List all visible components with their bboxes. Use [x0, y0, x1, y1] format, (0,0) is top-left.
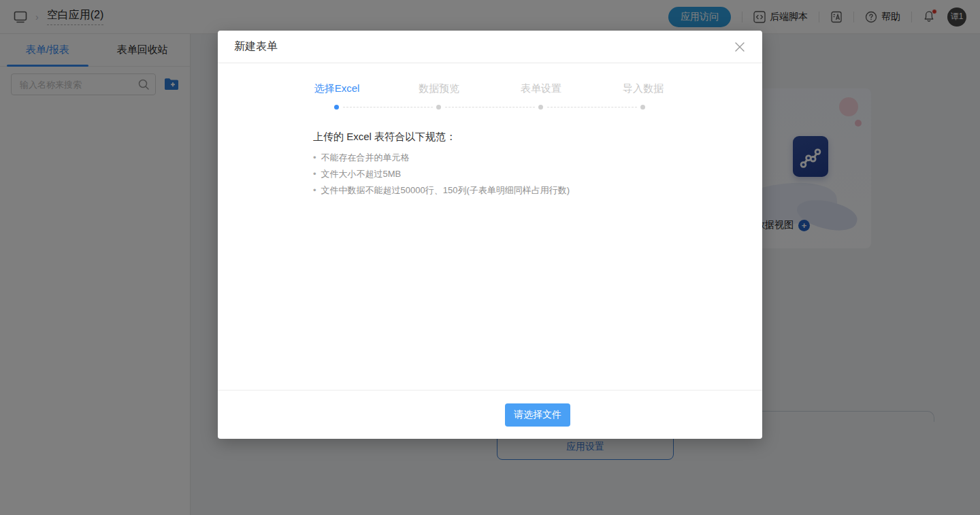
modal-header: 新建表单	[218, 31, 762, 63]
close-icon[interactable]	[734, 41, 746, 53]
step-select-excel: 选择Excel	[286, 82, 388, 95]
modal-title: 新建表单	[234, 39, 278, 54]
wizard-steps: 选择Excel 数据预览 表单设置 导入数据	[286, 82, 694, 110]
step-dot	[538, 105, 543, 110]
modal-body: 上传的 Excel 表符合以下规范： 不能存在合并的单元格 文件大小不超过5MB…	[218, 110, 762, 199]
step-dot	[640, 105, 645, 110]
upload-rules-heading: 上传的 Excel 表符合以下规范：	[313, 131, 735, 144]
modal-footer: 请选择文件	[218, 390, 762, 439]
step-data-preview: 数据预览	[388, 82, 490, 95]
step-connector	[445, 107, 535, 107]
new-form-modal: 新建表单 选择Excel 数据预览 表单设置 导入数据	[218, 31, 762, 439]
upload-rules-list: 不能存在合并的单元格 文件大小不超过5MB 文件中数据不能超过50000行、15…	[313, 150, 735, 199]
step-import-data: 导入数据	[592, 82, 694, 95]
step-connector	[547, 107, 637, 107]
step-dot-active	[334, 105, 339, 110]
step-connector	[343, 107, 433, 107]
step-labels: 选择Excel 数据预览 表单设置 导入数据	[286, 82, 694, 95]
app-page: › 空白应用(2) 应用访问 后端脚本	[0, 0, 980, 515]
step-dot	[436, 105, 441, 110]
step-form-settings: 表单设置	[490, 82, 592, 95]
rule-item: 文件大小不超过5MB	[313, 166, 735, 182]
step-track	[286, 105, 694, 110]
select-file-button[interactable]: 请选择文件	[505, 403, 570, 427]
rule-item: 文件中数据不能超过50000行、150列(子表单明细同样占用行数)	[313, 182, 735, 199]
rule-item: 不能存在合并的单元格	[313, 150, 735, 166]
